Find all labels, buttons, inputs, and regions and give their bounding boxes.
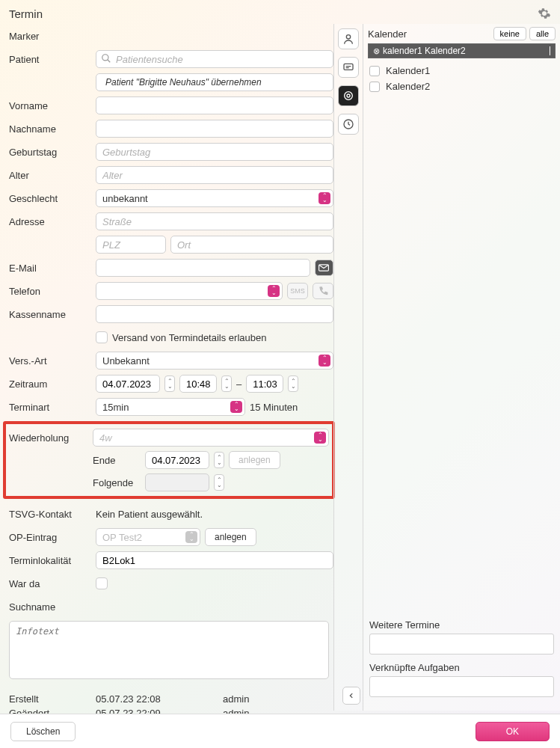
wdh-ende-stepper[interactable]: [214, 452, 224, 468]
tool-column: [333, 24, 363, 711]
erstellt-ts: 05.07.23 22:08: [96, 693, 223, 705]
versand-checkbox[interactable]: [96, 331, 108, 343]
time-to-stepper[interactable]: [288, 375, 298, 392]
folgende-input[interactable]: [145, 473, 209, 491]
email-send-icon[interactable]: [315, 260, 333, 276]
label-alter: Alter: [9, 170, 96, 181]
versart-select[interactable]: Unbekannt: [96, 352, 333, 370]
calendar-item[interactable]: Kalender2: [369, 79, 554, 94]
nachname-input[interactable]: [96, 120, 333, 138]
warda-checkbox[interactable]: [96, 577, 108, 589]
label-terminart: Terminart: [9, 402, 96, 413]
form-panel: Marker Patient Patient "Brigitte Neuhaus…: [0, 24, 333, 711]
label-geburtstag: Geburtstag: [9, 147, 96, 158]
email-input[interactable]: [96, 259, 310, 277]
svg-point-6: [347, 94, 350, 97]
svg-point-0: [102, 55, 108, 61]
vorname-input[interactable]: [96, 96, 333, 114]
weitere-termine-box[interactable]: [369, 634, 554, 654]
ort-input[interactable]: [170, 236, 333, 254]
patient-search[interactable]: [96, 50, 333, 68]
label-marker: Marker: [9, 31, 96, 42]
geburtstag-input[interactable]: [96, 143, 333, 161]
calendar-filter-input[interactable]: ⊗ kalender1 Kalender2: [368, 43, 556, 58]
date-input[interactable]: [96, 375, 160, 393]
wdh-anlegen-button[interactable]: anlegen: [229, 451, 280, 469]
label-versart: Vers.-Art: [9, 355, 96, 367]
label-patient: Patient: [9, 54, 96, 65]
label-nachname: Nachname: [9, 123, 96, 135]
label-folgende: Folgende: [93, 477, 141, 488]
label-wiederholung: Wiederholung: [9, 432, 93, 444]
label-tsvg: TSVG-Kontakt: [9, 509, 96, 520]
label-opeintrag: OP-Eintrag: [9, 532, 96, 543]
infotext-input[interactable]: [9, 621, 329, 679]
op-anlegen-button[interactable]: anlegen: [205, 528, 256, 546]
svg-point-5: [345, 92, 353, 100]
target-icon[interactable]: [338, 85, 359, 106]
label-warda: War da: [9, 578, 96, 589]
person-icon[interactable]: [338, 28, 359, 49]
kassenname-input[interactable]: [96, 305, 333, 323]
label-vorname: Vorname: [9, 100, 96, 111]
wiederholung-select[interactable]: 4w: [93, 429, 329, 447]
label-telefon: Telefon: [9, 286, 96, 297]
calendar-checkbox[interactable]: [369, 66, 380, 76]
calendar-item[interactable]: Kalender1: [369, 63, 554, 79]
time-from-input[interactable]: [179, 375, 217, 393]
wiederholung-highlight: Wiederholung 4w Ende anlegen: [3, 421, 335, 499]
label-ende: Ende: [93, 455, 141, 466]
label-suchname: Suchname: [9, 601, 96, 613]
label-adresse: Adresse: [9, 216, 96, 227]
folgende-stepper[interactable]: [214, 474, 224, 491]
aufgaben-title: Verknüpfte Aufgaben: [369, 662, 554, 673]
strasse-input[interactable]: [96, 212, 333, 230]
keine-button[interactable]: keine: [493, 27, 526, 40]
erstellt-user: admin: [223, 693, 249, 705]
op-select[interactable]: OP Test2: [96, 528, 200, 546]
time-to-input[interactable]: [246, 375, 283, 393]
weitere-title: Weitere Termine: [369, 619, 554, 631]
label-geschlecht: Geschlecht: [9, 193, 96, 204]
patient-takeover-button[interactable]: Patient "Brigitte Neuhaus" übernehmen: [96, 73, 333, 91]
svg-line-1: [108, 60, 111, 63]
verknuepfte-aufgaben-box[interactable]: [369, 676, 554, 697]
calendar-panel: Kalender keine alle ⊗ kalender1 Kalender…: [363, 24, 560, 711]
clear-filter-icon[interactable]: ⊗: [373, 46, 380, 56]
phone-icon[interactable]: [313, 283, 333, 299]
ok-button[interactable]: OK: [476, 722, 550, 741]
versand-label: Versand von Termindetails erlauben: [112, 332, 266, 343]
telefon-select[interactable]: [96, 282, 283, 300]
label-zeitraum: Zeitraum: [9, 378, 96, 390]
chat-icon[interactable]: [338, 57, 359, 78]
label-terminlokalitaet: Terminlokalität: [9, 555, 96, 566]
label-email: E-Mail: [9, 263, 96, 274]
terminart-select[interactable]: 15min: [96, 398, 245, 416]
patient-search-input[interactable]: [96, 50, 333, 68]
terminart-text: 15 Minuten: [250, 402, 298, 413]
collapse-right-icon[interactable]: [342, 687, 360, 705]
loeschen-button[interactable]: Löschen: [10, 722, 76, 741]
window-title: Termin: [9, 7, 43, 20]
sms-icon[interactable]: SMS: [287, 283, 308, 299]
tsvg-text: Kein Patient ausgewählt.: [96, 509, 203, 520]
label-kassenname: Kassenname: [9, 309, 96, 320]
alter-input[interactable]: [96, 166, 333, 184]
search-icon: [101, 53, 111, 64]
svg-point-3: [346, 35, 350, 39]
gear-icon[interactable]: [538, 7, 551, 20]
dash: –: [236, 378, 241, 390]
date-stepper[interactable]: [164, 375, 175, 392]
calendar-title: Kalender: [368, 28, 490, 40]
geschlecht-select[interactable]: unbekannt: [96, 189, 333, 207]
label-erstellt: Erstellt: [9, 693, 96, 705]
wdh-ende-input[interactable]: [145, 451, 209, 469]
terminlok-input[interactable]: [96, 551, 333, 569]
alle-button[interactable]: alle: [529, 27, 556, 40]
calendar-checkbox[interactable]: [369, 82, 380, 92]
history-icon[interactable]: [338, 114, 359, 135]
plz-input[interactable]: [96, 236, 166, 254]
time-from-stepper[interactable]: [221, 375, 232, 392]
svg-rect-4: [344, 64, 353, 70]
